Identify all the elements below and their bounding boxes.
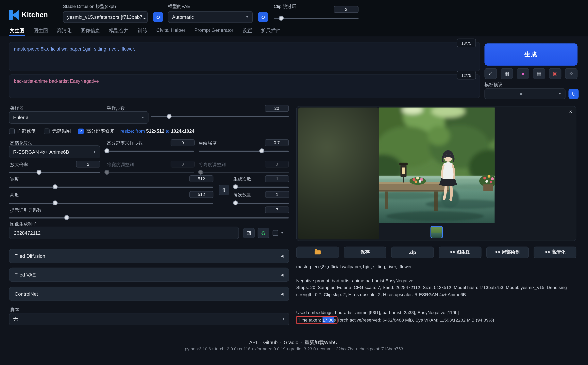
dice-icon: ⚄: [246, 230, 251, 236]
zip-button[interactable]: Zip: [391, 246, 434, 258]
refresh-icon: ↻: [261, 14, 265, 20]
reuse-seed-button[interactable]: ♻: [258, 228, 269, 239]
resize-w-value[interactable]: 0: [171, 161, 194, 168]
app-logo: [9, 10, 19, 20]
tab-extras[interactable]: 高清化: [56, 26, 72, 36]
width-slider[interactable]: [9, 184, 213, 190]
tiled-vae-accordion[interactable]: Tiled VAE ◀: [9, 268, 289, 282]
checkbox-box[interactable]: [44, 129, 50, 134]
tab-settings[interactable]: 设置: [242, 26, 253, 36]
link-reload-webui[interactable]: 重新加载WebUI: [304, 339, 339, 345]
swap-icon: ⇅: [222, 187, 226, 193]
close-preview-button[interactable]: ×: [569, 109, 572, 114]
refresh-icon: ↻: [571, 91, 576, 97]
cfg-value[interactable]: 7: [265, 206, 289, 213]
ckpt-refresh-button[interactable]: ↻: [153, 12, 163, 22]
tab-extensions[interactable]: 扩展插件: [260, 26, 281, 36]
link-github[interactable]: Github: [263, 339, 278, 345]
seed-extra-caret-icon[interactable]: ▼: [280, 231, 284, 235]
tab-civitai-helper[interactable]: Civitai Helper: [156, 26, 186, 36]
restore-faces-checkbox[interactable]: 面部修复: [9, 128, 36, 134]
info-negative: Negative prompt: bad-artist-anime bad-ar…: [296, 277, 576, 284]
tiled-diffusion-accordion[interactable]: Tiled Diffusion ◀: [9, 249, 289, 263]
extra-seed-checkbox[interactable]: [272, 230, 278, 236]
open-folder-button[interactable]: [296, 246, 339, 258]
swap-dimensions-button[interactable]: ⇅: [219, 185, 229, 195]
height-slider[interactable]: [9, 200, 213, 206]
send-to-img2img-button[interactable]: >> 图生图: [439, 246, 481, 258]
resize-to: 1024x1024: [171, 129, 194, 134]
extra-tool-button[interactable]: ❖: [565, 68, 578, 79]
hires-steps-value[interactable]: 0: [171, 140, 194, 146]
random-seed-button[interactable]: ⚄: [243, 228, 255, 239]
upscale-by-slider[interactable]: [9, 170, 100, 175]
checkbox-box[interactable]: ✓: [78, 129, 84, 134]
negative-prompt-input[interactable]: bad-artist-anime bad-artist EasyNegative: [9, 74, 480, 98]
generate-button[interactable]: 生成: [484, 43, 578, 66]
tab-img2img[interactable]: 图生图: [33, 26, 49, 36]
vae-dropdown[interactable]: Automatic ▼: [168, 11, 253, 23]
batch-count-slider[interactable]: [233, 184, 289, 190]
checkbox-box[interactable]: [9, 129, 15, 134]
link-api[interactable]: API: [249, 339, 257, 345]
controlnet-accordion[interactable]: ControlNet ◀: [9, 287, 289, 301]
resize-w-slider[interactable]: [105, 170, 194, 175]
batch-count-value[interactable]: 1: [265, 175, 289, 182]
denoise-slider[interactable]: [199, 148, 289, 154]
resize-h-slider[interactable]: [199, 170, 289, 175]
upscaler-dropdown[interactable]: R-ESRGAN 4x+ Anime6B ▼: [9, 145, 100, 158]
apply-style-button[interactable]: ▤: [533, 68, 545, 79]
app-title: Kitchen: [22, 11, 48, 19]
sampler-dropdown[interactable]: Euler a ▼: [9, 111, 149, 124]
clear-selection-icon[interactable]: ×: [519, 91, 524, 97]
link-gradio[interactable]: Gradio: [284, 339, 298, 345]
clip-skip-slider[interactable]: [274, 16, 359, 21]
send-to-inpaint-button[interactable]: >> 局部绘制: [486, 246, 529, 258]
upscale-by-value[interactable]: 2: [76, 161, 100, 168]
height-value[interactable]: 512: [189, 191, 213, 198]
send-to-extras-button[interactable]: >> 高清化: [534, 246, 577, 258]
gallery-thumbnail[interactable]: [430, 226, 443, 239]
resize-h-label: 将高度调整到: [199, 161, 226, 168]
batch-count-label: 生成次数: [233, 176, 251, 182]
steps-value[interactable]: 20: [265, 105, 289, 112]
paste-params-button[interactable]: ↙: [484, 68, 497, 79]
tiling-checkbox[interactable]: 无缝贴图: [44, 128, 71, 134]
generated-image[interactable]: [379, 108, 495, 223]
preset-refresh-button[interactable]: ↻: [568, 89, 579, 99]
recycle-icon: ♻: [261, 230, 266, 236]
positive-prompt-input[interactable]: masterpiece,8k,official wallpaper,1girl,…: [9, 42, 480, 71]
steps-slider[interactable]: [151, 114, 289, 119]
style-preset-dropdown[interactable]: × ▼: [484, 89, 566, 99]
clear-prompt-button[interactable]: ▦: [501, 68, 513, 79]
tab-checkpoint-merger[interactable]: 模型合并: [108, 26, 129, 36]
save-button[interactable]: 保存: [344, 246, 386, 258]
tab-prompt-generator[interactable]: Prompt Generator: [194, 26, 234, 36]
width-value[interactable]: 512: [189, 175, 213, 182]
extra-networks-button[interactable]: ●: [517, 68, 529, 79]
positive-token-counter: 18/75: [457, 39, 476, 47]
tab-train[interactable]: 训练: [137, 26, 148, 36]
tab-png-info[interactable]: 图像信息: [80, 26, 101, 36]
negative-token-counter: 12/75: [457, 71, 476, 80]
tab-txt2img[interactable]: 文生图: [9, 26, 25, 36]
hires-steps-slider[interactable]: [105, 148, 194, 154]
save-style-button[interactable]: ▣: [549, 68, 561, 79]
vram-info: Torch active/reserved: 6452/8488 MiB, Sy…: [337, 317, 494, 323]
palette-icon: ●: [521, 71, 524, 77]
accordion-title: ControlNet: [15, 291, 38, 296]
denoise-value[interactable]: 0.7: [265, 140, 289, 146]
info-prompt: masterpiece,8k,official wallpaper,1girl,…: [296, 263, 576, 270]
ckpt-dropdown[interactable]: yesmix_v15.safetensors [f713bab7... ▼: [63, 11, 148, 23]
vae-refresh-button[interactable]: ↻: [258, 12, 268, 22]
batch-size-value[interactable]: 1: [265, 191, 289, 198]
hires-fix-checkbox[interactable]: ✓ 高分辨率修复: [78, 128, 115, 134]
cfg-slider[interactable]: [9, 215, 289, 220]
script-dropdown[interactable]: 无 ▼: [9, 313, 289, 325]
batch-size-slider[interactable]: [233, 200, 289, 206]
script-value: 无: [13, 316, 18, 322]
clip-skip-value[interactable]: 2: [334, 6, 359, 13]
resize-h-value[interactable]: 0: [265, 161, 289, 168]
seed-input[interactable]: 2628472112: [9, 227, 239, 239]
time-suffix: s: [334, 317, 336, 323]
